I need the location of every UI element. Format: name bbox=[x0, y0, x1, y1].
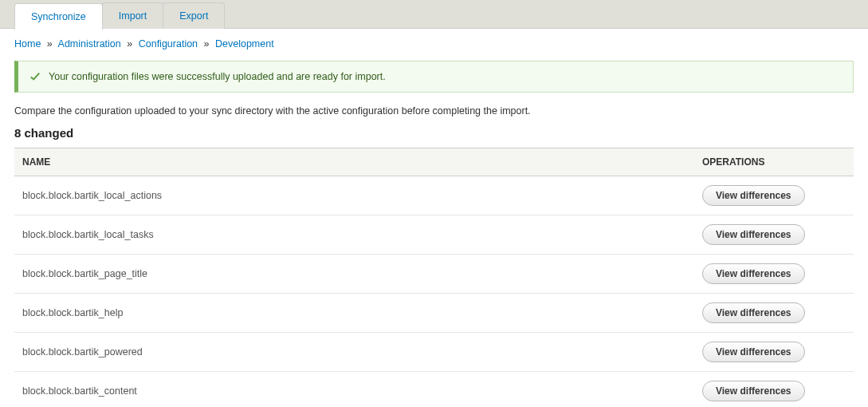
table-row: block.block.bartik_local_tasksView diffe… bbox=[14, 215, 854, 255]
changed-heading: 8 changed bbox=[14, 126, 854, 140]
view-differences-button[interactable]: View differences bbox=[702, 263, 805, 284]
operations-cell: View differences bbox=[694, 215, 854, 255]
config-name-cell: block.block.bartik_powered bbox=[14, 333, 694, 372]
config-name-cell: block.block.bartik_local_tasks bbox=[14, 215, 694, 255]
page-description: Compare the configuration uploaded to yo… bbox=[14, 105, 854, 117]
table-row: block.block.bartik_poweredView differenc… bbox=[14, 333, 854, 372]
view-differences-button[interactable]: View differences bbox=[702, 381, 805, 401]
operations-cell: View differences bbox=[694, 294, 854, 333]
table-row: block.block.bartik_page_titleView differ… bbox=[14, 255, 854, 294]
col-name-header: NAME bbox=[14, 148, 694, 176]
main-content: Home » Administration » Configuration » … bbox=[0, 29, 868, 407]
tab-synchronize[interactable]: Synchronize bbox=[14, 3, 103, 30]
breadcrumb-administration[interactable]: Administration bbox=[58, 38, 121, 49]
config-name-cell: block.block.bartik_page_title bbox=[14, 255, 694, 294]
tab-import[interactable]: Import bbox=[102, 2, 163, 29]
operations-cell: View differences bbox=[694, 176, 854, 215]
table-row: block.block.bartik_local_actionsView dif… bbox=[14, 176, 854, 215]
view-differences-button[interactable]: View differences bbox=[702, 185, 805, 206]
config-name-cell: block.block.bartik_local_actions bbox=[14, 176, 694, 215]
status-message-text: Your configuration files were successful… bbox=[49, 71, 386, 82]
breadcrumb-sep: » bbox=[47, 38, 53, 49]
col-operations-header: OPERATIONS bbox=[694, 148, 854, 176]
config-name-cell: block.block.bartik_content bbox=[14, 372, 694, 408]
view-differences-button[interactable]: View differences bbox=[702, 342, 805, 362]
tabs-list: Synchronize Import Export bbox=[14, 0, 854, 29]
checkmark-icon bbox=[29, 71, 41, 82]
operations-cell: View differences bbox=[694, 255, 854, 294]
view-differences-button[interactable]: View differences bbox=[702, 224, 805, 245]
operations-cell: View differences bbox=[694, 333, 854, 372]
config-table: NAME OPERATIONS block.block.bartik_local… bbox=[14, 148, 854, 407]
breadcrumb-configuration[interactable]: Configuration bbox=[139, 38, 198, 49]
breadcrumb-home[interactable]: Home bbox=[14, 38, 41, 49]
config-name-cell: block.block.bartik_help bbox=[14, 294, 694, 333]
tabs-bar: Synchronize Import Export bbox=[0, 0, 868, 29]
breadcrumb-sep: » bbox=[204, 38, 210, 49]
status-message: Your configuration files were successful… bbox=[14, 61, 854, 93]
breadcrumb: Home » Administration » Configuration » … bbox=[14, 38, 854, 49]
view-differences-button[interactable]: View differences bbox=[702, 302, 805, 323]
breadcrumb-development[interactable]: Development bbox=[215, 38, 274, 49]
table-row: block.block.bartik_contentView differenc… bbox=[14, 372, 854, 408]
tab-export[interactable]: Export bbox=[163, 2, 225, 29]
operations-cell: View differences bbox=[694, 372, 854, 408]
table-row: block.block.bartik_helpView differences bbox=[14, 294, 854, 333]
breadcrumb-sep: » bbox=[127, 38, 132, 49]
